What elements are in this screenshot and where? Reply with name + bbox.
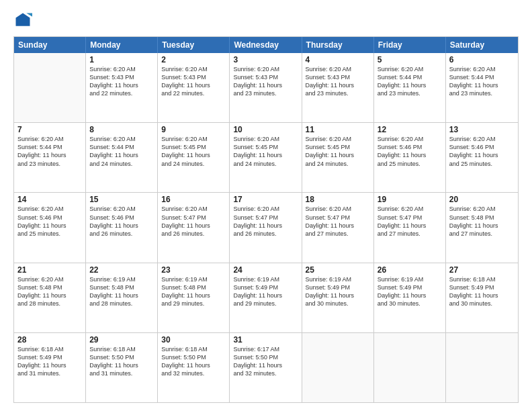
- header-day-friday: Friday: [374, 37, 446, 53]
- calendar-row-1: 7Sunrise: 6:20 AMSunset: 5:44 PMDaylight…: [14, 122, 518, 192]
- cell-line: and 31 minutes.: [17, 369, 82, 377]
- cell-line: Sunrise: 6:18 AM: [161, 345, 226, 353]
- day-number: 20: [449, 195, 515, 204]
- day-number: 4: [306, 55, 370, 64]
- cell-line: and 32 minutes.: [161, 369, 226, 377]
- day-number: 10: [233, 125, 298, 134]
- cell-line: Daylight: 11 hours: [89, 291, 154, 300]
- cell-line: Sunrise: 6:19 AM: [378, 275, 442, 283]
- header-day-tuesday: Tuesday: [158, 37, 230, 53]
- logo-icon: [13, 11, 32, 30]
- cell-line: Daylight: 11 hours: [17, 151, 82, 159]
- cell-line: Daylight: 11 hours: [306, 81, 370, 89]
- day-number: 24: [233, 265, 298, 275]
- day-number: 30: [161, 335, 226, 345]
- cell-line: Sunrise: 6:20 AM: [306, 135, 370, 143]
- cell-line: Sunset: 5:48 PM: [89, 283, 154, 291]
- day-number: 26: [378, 265, 442, 275]
- cell-line: and 24 minutes.: [233, 160, 298, 168]
- cell-line: Sunrise: 6:20 AM: [449, 135, 515, 143]
- calendar-cell: [446, 333, 518, 402]
- cell-line: Sunrise: 6:20 AM: [449, 205, 515, 213]
- calendar-cell: 10Sunrise: 6:20 AMSunset: 5:45 PMDayligh…: [230, 123, 302, 192]
- cell-line: Daylight: 11 hours: [378, 81, 442, 89]
- cell-line: and 27 minutes.: [449, 230, 515, 238]
- cell-line: Sunset: 5:49 PM: [378, 283, 442, 291]
- cell-line: Sunset: 5:49 PM: [306, 283, 370, 291]
- cell-line: and 24 minutes.: [161, 160, 226, 168]
- calendar-cell: 24Sunrise: 6:19 AMSunset: 5:49 PMDayligh…: [230, 263, 302, 332]
- cell-line: Daylight: 11 hours: [449, 291, 515, 300]
- cell-line: Sunset: 5:49 PM: [449, 283, 515, 291]
- calendar-cell: 13Sunrise: 6:20 AMSunset: 5:46 PMDayligh…: [446, 123, 518, 192]
- cell-line: and 26 minutes.: [89, 230, 154, 238]
- day-number: 12: [378, 125, 442, 134]
- calendar-cell: 8Sunrise: 6:20 AMSunset: 5:44 PMDaylight…: [86, 123, 158, 192]
- day-number: 7: [17, 125, 82, 134]
- cell-line: and 22 minutes.: [89, 89, 154, 97]
- cell-line: Sunrise: 6:19 AM: [89, 275, 154, 283]
- calendar-cell: 9Sunrise: 6:20 AMSunset: 5:45 PMDaylight…: [158, 123, 230, 192]
- day-number: 17: [233, 195, 298, 204]
- calendar-body: 1Sunrise: 6:20 AMSunset: 5:43 PMDaylight…: [14, 53, 518, 402]
- cell-line: Sunrise: 6:18 AM: [17, 345, 82, 353]
- calendar-cell: 31Sunrise: 6:17 AMSunset: 5:50 PMDayligh…: [230, 333, 302, 402]
- cell-line: Sunset: 5:43 PM: [89, 73, 154, 81]
- cell-line: Sunset: 5:46 PM: [89, 214, 154, 222]
- cell-line: Daylight: 11 hours: [306, 222, 370, 230]
- calendar-row-0: 1Sunrise: 6:20 AMSunset: 5:43 PMDaylight…: [14, 53, 518, 122]
- cell-line: Sunrise: 6:20 AM: [233, 205, 298, 213]
- day-number: 23: [161, 265, 226, 275]
- cell-line: Sunrise: 6:20 AM: [161, 205, 226, 213]
- svg-marker-0: [16, 13, 30, 26]
- day-number: 9: [161, 125, 226, 134]
- calendar-row-3: 21Sunrise: 6:20 AMSunset: 5:48 PMDayligh…: [14, 263, 518, 332]
- day-number: 18: [306, 195, 370, 204]
- cell-line: Sunset: 5:47 PM: [233, 214, 298, 222]
- header-day-sunday: Sunday: [14, 37, 86, 53]
- cell-line: Daylight: 11 hours: [378, 151, 442, 159]
- cell-line: Sunset: 5:44 PM: [89, 143, 154, 151]
- cell-line: Sunset: 5:45 PM: [306, 143, 370, 151]
- day-number: 5: [378, 55, 442, 64]
- calendar-cell: 17Sunrise: 6:20 AMSunset: 5:47 PMDayligh…: [230, 193, 302, 262]
- cell-line: Daylight: 11 hours: [233, 151, 298, 159]
- cell-line: Sunrise: 6:20 AM: [378, 65, 442, 73]
- cell-line: Sunset: 5:49 PM: [17, 353, 82, 361]
- cell-line: Daylight: 11 hours: [449, 151, 515, 159]
- calendar-cell: [14, 53, 86, 122]
- cell-line: Sunrise: 6:18 AM: [89, 345, 154, 353]
- cell-line: Sunset: 5:50 PM: [233, 353, 298, 361]
- calendar-cell: [302, 333, 374, 402]
- calendar: SundayMondayTuesdayWednesdayThursdayFrid…: [13, 36, 519, 403]
- cell-line: Sunset: 5:46 PM: [17, 214, 82, 222]
- cell-line: and 31 minutes.: [89, 369, 154, 377]
- calendar-cell: 11Sunrise: 6:20 AMSunset: 5:45 PMDayligh…: [302, 123, 374, 192]
- calendar-cell: 18Sunrise: 6:20 AMSunset: 5:47 PMDayligh…: [302, 193, 374, 262]
- day-number: 1: [89, 55, 154, 64]
- cell-line: Sunset: 5:50 PM: [89, 353, 154, 361]
- cell-line: Sunrise: 6:20 AM: [449, 65, 515, 73]
- calendar-cell: 28Sunrise: 6:18 AMSunset: 5:49 PMDayligh…: [14, 333, 86, 402]
- cell-line: Sunset: 5:48 PM: [17, 283, 82, 291]
- cell-line: Sunset: 5:44 PM: [378, 73, 442, 81]
- cell-line: Daylight: 11 hours: [89, 81, 154, 89]
- cell-line: and 28 minutes.: [89, 300, 154, 308]
- cell-line: Daylight: 11 hours: [233, 361, 298, 369]
- cell-line: Sunrise: 6:20 AM: [233, 65, 298, 73]
- header: [13, 11, 519, 30]
- calendar-cell: 27Sunrise: 6:18 AMSunset: 5:49 PMDayligh…: [446, 263, 518, 332]
- calendar-cell: 2Sunrise: 6:20 AMSunset: 5:43 PMDaylight…: [158, 53, 230, 122]
- cell-line: Daylight: 11 hours: [17, 291, 82, 300]
- calendar-cell: 4Sunrise: 6:20 AMSunset: 5:43 PMDaylight…: [302, 53, 374, 122]
- cell-line: Sunset: 5:43 PM: [306, 73, 370, 81]
- cell-line: Daylight: 11 hours: [233, 81, 298, 89]
- cell-line: Sunrise: 6:19 AM: [306, 275, 370, 283]
- cell-line: Sunset: 5:45 PM: [233, 143, 298, 151]
- header-day-wednesday: Wednesday: [230, 37, 302, 53]
- cell-line: Sunrise: 6:20 AM: [89, 135, 154, 143]
- cell-line: Daylight: 11 hours: [306, 291, 370, 300]
- cell-line: and 28 minutes.: [17, 300, 82, 308]
- page: SundayMondayTuesdayWednesdayThursdayFrid…: [0, 0, 532, 411]
- day-number: 27: [449, 265, 515, 275]
